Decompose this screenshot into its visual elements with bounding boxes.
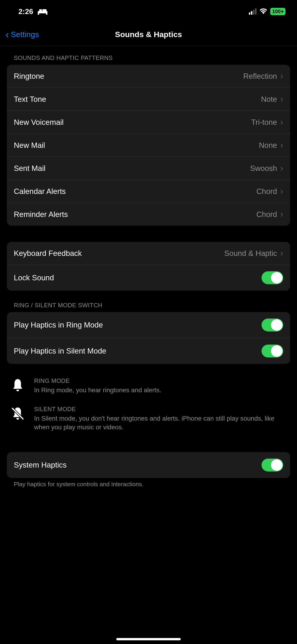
mode-info-list: RING MODE In Ring mode, you hear rington… <box>7 373 290 438</box>
row-text-tone[interactable]: Text Tone Note › <box>7 88 290 111</box>
back-label: Settings <box>11 30 39 39</box>
chevron-right-icon: › <box>280 186 283 196</box>
chevron-right-icon: › <box>280 71 283 81</box>
row-label: Play Haptics in Silent Mode <box>14 347 262 356</box>
row-new-voicemail[interactable]: New Voicemail Tri-tone › <box>7 111 290 134</box>
row-lock-sound: Lock Sound <box>7 265 290 291</box>
chevron-right-icon: › <box>280 140 283 150</box>
row-label: New Voicemail <box>14 118 251 127</box>
row-value: Sound & Haptic <box>224 249 277 258</box>
row-label: Keyboard Feedback <box>14 249 224 258</box>
row-label: Reminder Alerts <box>14 210 256 219</box>
battery-indicator: 100 <box>270 8 286 15</box>
section-header-ring-silent: RING / SILENT MODE SWITCH <box>0 291 297 312</box>
status-left: 2:26 <box>18 7 48 16</box>
group-ring-silent: Play Haptics in Ring Mode Play Haptics i… <box>7 312 290 364</box>
chevron-right-icon: › <box>280 163 283 173</box>
page-title: Sounds & Haptics <box>115 30 182 39</box>
chevron-right-icon: › <box>280 117 283 127</box>
row-new-mail[interactable]: New Mail None › <box>7 134 290 157</box>
row-label: Ringtone <box>14 72 243 80</box>
row-label: Lock Sound <box>14 274 262 282</box>
chevron-right-icon: › <box>280 209 283 219</box>
battery-percent: 100 <box>272 8 281 14</box>
info-text: RING MODE In Ring mode, you hear rington… <box>34 377 286 394</box>
group-sound-patterns: Ringtone Reflection › Text Tone Note › N… <box>7 65 290 226</box>
chevron-right-icon: › <box>280 94 283 104</box>
row-value: None <box>259 141 277 150</box>
row-haptics-silent-mode: Play Haptics in Silent Mode <box>7 338 290 364</box>
footer-system-haptics: Play haptics for system controls and int… <box>0 478 297 488</box>
back-button[interactable]: ‹ Settings <box>6 30 39 40</box>
status-right: 100 <box>249 7 286 16</box>
bell-icon <box>10 377 26 394</box>
chevron-left-icon: ‹ <box>6 30 9 40</box>
row-haptics-ring-mode: Play Haptics in Ring Mode <box>7 312 290 338</box>
toggle-lock-sound[interactable] <box>262 271 283 284</box>
row-sent-mail[interactable]: Sent Mail Swoosh › <box>7 157 290 180</box>
svg-rect-3 <box>39 9 42 11</box>
cellular-signal-icon <box>249 8 256 15</box>
row-label: Text Tone <box>14 95 261 104</box>
row-label: System Haptics <box>14 461 262 470</box>
info-title: SILENT MODE <box>34 406 286 413</box>
row-value: Chord <box>256 210 277 219</box>
info-text: SILENT MODE In Silent mode, you don't he… <box>34 406 286 432</box>
row-system-haptics: System Haptics <box>7 452 290 478</box>
navigation-bar: ‹ Settings Sounds & Haptics <box>0 23 297 46</box>
row-keyboard-feedback[interactable]: Keyboard Feedback Sound & Haptic › <box>7 242 290 265</box>
info-description: In Ring mode, you hear ringtones and ale… <box>34 386 286 394</box>
toggle-haptics-ring[interactable] <box>262 318 283 332</box>
row-ringtone[interactable]: Ringtone Reflection › <box>7 65 290 88</box>
home-indicator[interactable] <box>116 638 181 640</box>
svg-rect-1 <box>38 13 39 15</box>
info-silent-mode: SILENT MODE In Silent mode, you don't he… <box>7 402 290 438</box>
sleep-mode-icon <box>38 8 48 15</box>
svg-rect-2 <box>46 13 48 15</box>
wifi-icon <box>259 7 268 16</box>
status-bar: 2:26 100 <box>0 0 297 23</box>
row-label: Calendar Alerts <box>14 187 256 196</box>
row-label: Play Haptics in Ring Mode <box>14 320 262 329</box>
row-value: Note <box>261 95 277 104</box>
row-value: Tri-tone <box>251 118 277 127</box>
group-system-haptics: System Haptics <box>7 452 290 478</box>
group-keyboard-lock: Keyboard Feedback Sound & Haptic › Lock … <box>7 242 290 291</box>
info-title: RING MODE <box>34 377 286 384</box>
bell-slash-icon <box>10 406 26 432</box>
svg-rect-4 <box>42 9 46 11</box>
row-calendar-alerts[interactable]: Calendar Alerts Chord › <box>7 180 290 203</box>
chevron-right-icon: › <box>280 248 283 258</box>
status-time: 2:26 <box>18 7 33 16</box>
info-ring-mode: RING MODE In Ring mode, you hear rington… <box>7 373 290 402</box>
toggle-haptics-silent[interactable] <box>262 344 283 358</box>
toggle-system-haptics[interactable] <box>262 458 283 472</box>
row-reminder-alerts[interactable]: Reminder Alerts Chord › <box>7 203 290 226</box>
row-value: Chord <box>256 187 277 196</box>
row-label: New Mail <box>14 141 259 150</box>
row-value: Reflection <box>243 72 277 80</box>
section-header-patterns: SOUNDS AND HAPTIC PATTERNS <box>0 46 297 65</box>
info-description: In Silent mode, you don't hear ringtones… <box>34 414 286 432</box>
row-value: Swoosh <box>250 164 277 173</box>
svg-rect-0 <box>38 11 48 13</box>
row-label: Sent Mail <box>14 164 250 173</box>
screen-body: SOUNDS AND HAPTIC PATTERNS Ringtone Refl… <box>0 46 297 497</box>
